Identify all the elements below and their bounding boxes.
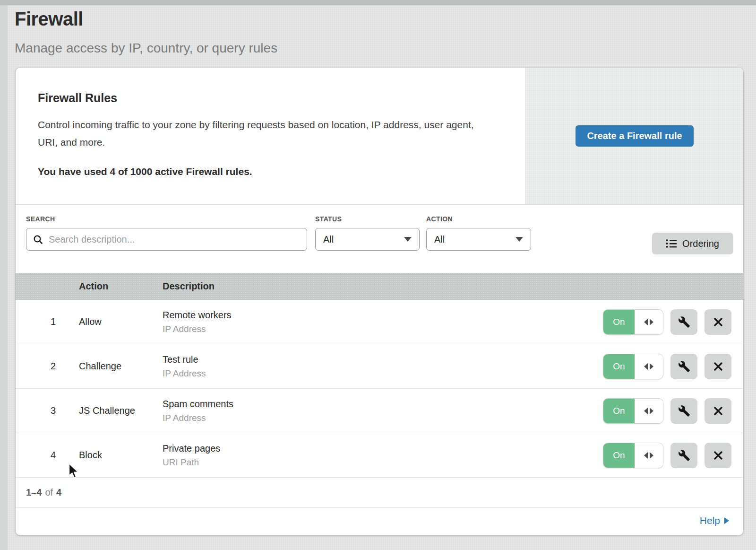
intro-text-panel: Firewall Rules Control incoming traffic … xyxy=(16,68,525,204)
create-rule-panel: Create a Firewall rule xyxy=(525,68,743,204)
toggle-handle-icon xyxy=(635,354,663,379)
page-title: Firewall xyxy=(15,5,277,30)
rule-action: Allow xyxy=(79,316,163,327)
rule-priority: 3 xyxy=(16,405,79,416)
pagination: 1–4 of 4 xyxy=(16,478,743,508)
delete-rule-button[interactable] xyxy=(704,443,731,468)
table-row: 1 Allow Remote workers IP Address On xyxy=(16,300,743,344)
delete-rule-button[interactable] xyxy=(704,398,731,424)
filter-bar: SEARCH STATUS All ACTION All xyxy=(16,205,743,273)
close-icon xyxy=(713,406,723,416)
toggle-handle-icon xyxy=(635,310,663,334)
table-header: Action Description xyxy=(16,273,743,300)
ordering-button-label: Ordering xyxy=(682,238,719,249)
rule-enabled-toggle[interactable]: On xyxy=(603,354,663,379)
action-column-header: Action xyxy=(79,281,163,292)
rule-priority: 2 xyxy=(16,361,79,372)
chevron-down-icon xyxy=(404,237,412,242)
mouse-cursor xyxy=(68,463,80,479)
table-row: 4 Block Private pages URI Path On xyxy=(16,433,743,478)
search-label: SEARCH xyxy=(26,215,307,223)
action-selected-value: All xyxy=(434,234,445,245)
window-left-edge xyxy=(0,5,8,550)
table-row: 3 JS Challenge Spam comments IP Address … xyxy=(16,389,743,433)
rule-match-type: IP Address xyxy=(163,368,603,379)
edit-rule-button[interactable] xyxy=(670,443,697,468)
delete-rule-button[interactable] xyxy=(704,354,731,379)
rule-action: Block xyxy=(79,450,163,461)
rule-description: Private pages xyxy=(163,443,603,454)
rule-match-type: IP Address xyxy=(163,413,603,423)
search-icon xyxy=(33,235,43,244)
firewall-rules-intro-section: Firewall Rules Control incoming traffic … xyxy=(16,68,743,205)
close-icon xyxy=(713,317,723,327)
pagination-total: 4 xyxy=(56,487,61,498)
toggle-on-label: On xyxy=(603,399,635,423)
table-row: 2 Challenge Test rule IP Address On xyxy=(16,344,743,389)
delete-rule-button[interactable] xyxy=(704,309,731,335)
rule-action: JS Challenge xyxy=(79,405,163,416)
status-selected-value: All xyxy=(323,234,334,245)
status-label: STATUS xyxy=(315,215,420,223)
help-link[interactable]: Help xyxy=(700,515,729,526)
description-column-header: Description xyxy=(163,281,743,292)
rule-enabled-toggle[interactable]: On xyxy=(603,398,663,424)
rule-controls: On xyxy=(603,443,743,468)
toggle-handle-icon xyxy=(635,443,663,468)
rule-description: Remote workers xyxy=(163,310,603,321)
page-subtitle: Manage access by IP, country, or query r… xyxy=(15,30,277,56)
search-field: SEARCH xyxy=(26,215,307,251)
rule-action: Challenge xyxy=(79,361,163,372)
wrench-icon xyxy=(678,316,690,328)
rule-controls: On xyxy=(603,354,743,379)
toggle-handle-icon xyxy=(635,399,663,423)
rule-description-cell: Private pages URI Path xyxy=(163,443,603,468)
edit-rule-button[interactable] xyxy=(670,354,697,379)
usage-summary: You have used 4 of 1000 active Firewall … xyxy=(38,166,497,177)
rule-controls: On xyxy=(603,398,743,424)
rule-enabled-toggle[interactable]: On xyxy=(603,443,663,468)
action-label: ACTION xyxy=(426,215,531,223)
help-link-label: Help xyxy=(700,515,720,526)
edit-rule-button[interactable] xyxy=(670,398,697,424)
search-input[interactable] xyxy=(49,234,300,245)
toggle-on-label: On xyxy=(603,310,635,334)
chevron-right-icon xyxy=(724,517,729,524)
status-field: STATUS All xyxy=(315,215,420,251)
rule-controls: On xyxy=(603,309,743,335)
rule-description: Test rule xyxy=(163,354,603,365)
chevron-down-icon xyxy=(515,237,523,242)
card-footer: Help xyxy=(16,508,743,533)
firewall-rules-card: Firewall Rules Control incoming traffic … xyxy=(16,68,743,535)
edit-rule-button[interactable] xyxy=(670,309,697,335)
ordering-button[interactable]: Ordering xyxy=(652,233,733,254)
page-header: Firewall Manage access by IP, country, o… xyxy=(15,5,277,56)
rule-description-cell: Remote workers IP Address xyxy=(163,310,603,334)
rule-enabled-toggle[interactable]: On xyxy=(603,309,663,335)
card-description: Control incoming traffic to your zone by… xyxy=(38,116,489,151)
rule-priority: 1 xyxy=(16,316,79,327)
search-input-box[interactable] xyxy=(26,228,307,251)
status-select[interactable]: All xyxy=(315,228,420,251)
rule-priority: 4 xyxy=(16,450,79,461)
card-heading: Firewall Rules xyxy=(38,91,497,105)
wrench-icon xyxy=(678,360,690,373)
close-icon xyxy=(713,450,723,461)
rule-match-type: IP Address xyxy=(163,324,603,334)
rule-description: Spam comments xyxy=(163,399,603,410)
pagination-of: of xyxy=(45,487,53,498)
pagination-range: 1–4 xyxy=(26,487,42,498)
rule-description-cell: Test rule IP Address xyxy=(163,354,603,379)
wrench-icon xyxy=(678,449,690,462)
toggle-on-label: On xyxy=(603,354,635,379)
wrench-icon xyxy=(678,405,690,417)
action-select[interactable]: All xyxy=(426,228,531,251)
toggle-on-label: On xyxy=(603,443,635,468)
rule-match-type: URI Path xyxy=(163,457,603,468)
close-icon xyxy=(713,361,723,372)
window-top-edge xyxy=(0,0,756,5)
rule-description-cell: Spam comments IP Address xyxy=(163,399,603,423)
create-firewall-rule-button[interactable]: Create a Firewall rule xyxy=(576,125,694,147)
ordering-list-icon xyxy=(666,239,677,248)
action-field: ACTION All xyxy=(426,215,531,251)
